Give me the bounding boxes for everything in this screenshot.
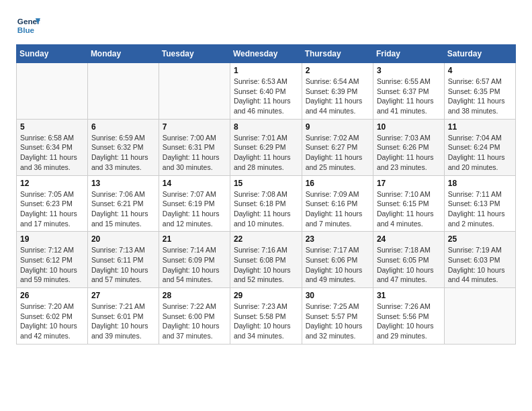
day-cell: 4Sunrise: 6:57 AMSunset: 6:35 PMDaylight… bbox=[444, 63, 515, 120]
day-cell: 28Sunrise: 7:22 AMSunset: 6:00 PMDayligh… bbox=[159, 288, 230, 345]
day-cell: 11Sunrise: 7:04 AMSunset: 6:24 PMDayligh… bbox=[444, 119, 515, 175]
day-number: 17 bbox=[377, 179, 441, 188]
day-number: 30 bbox=[306, 291, 369, 300]
weekday-header-row: SundayMondayTuesdayWednesdayThursdayFrid… bbox=[17, 45, 516, 63]
week-row-4: 19Sunrise: 7:12 AMSunset: 6:12 PMDayligh… bbox=[17, 232, 516, 288]
day-number: 13 bbox=[91, 179, 155, 188]
day-cell: 5Sunrise: 6:58 AMSunset: 6:34 PMDaylight… bbox=[17, 119, 88, 175]
day-info: Sunrise: 7:14 AMSunset: 6:09 PMDaylight:… bbox=[163, 245, 226, 285]
day-cell bbox=[159, 63, 230, 120]
weekday-header-wednesday: Wednesday bbox=[230, 45, 302, 63]
day-cell: 29Sunrise: 7:23 AMSunset: 5:58 PMDayligh… bbox=[230, 288, 302, 345]
day-number: 1 bbox=[234, 66, 298, 75]
day-cell: 21Sunrise: 7:14 AMSunset: 6:09 PMDayligh… bbox=[159, 232, 230, 288]
day-info: Sunrise: 6:58 AMSunset: 6:34 PMDaylight:… bbox=[20, 133, 84, 173]
day-cell: 6Sunrise: 6:59 AMSunset: 6:32 PMDaylight… bbox=[87, 119, 159, 175]
day-cell: 24Sunrise: 7:18 AMSunset: 6:05 PMDayligh… bbox=[373, 232, 444, 288]
day-cell bbox=[444, 288, 515, 345]
day-cell: 27Sunrise: 7:21 AMSunset: 6:01 PMDayligh… bbox=[87, 288, 159, 345]
day-info: Sunrise: 7:02 AMSunset: 6:27 PMDaylight:… bbox=[306, 133, 369, 173]
day-info: Sunrise: 6:53 AMSunset: 6:40 PMDaylight:… bbox=[234, 77, 298, 116]
day-number: 22 bbox=[234, 234, 298, 244]
day-cell: 30Sunrise: 7:25 AMSunset: 5:57 PMDayligh… bbox=[302, 288, 373, 345]
day-info: Sunrise: 7:16 AMSunset: 6:08 PMDaylight:… bbox=[234, 245, 298, 285]
day-cell bbox=[87, 63, 159, 120]
day-info: Sunrise: 7:07 AMSunset: 6:19 PMDaylight:… bbox=[163, 189, 226, 229]
weekday-header-tuesday: Tuesday bbox=[159, 45, 230, 63]
day-cell: 19Sunrise: 7:12 AMSunset: 6:12 PMDayligh… bbox=[17, 232, 88, 288]
day-number: 9 bbox=[306, 122, 369, 132]
day-number: 8 bbox=[234, 122, 298, 132]
day-info: Sunrise: 7:22 AMSunset: 6:00 PMDaylight:… bbox=[163, 302, 226, 341]
day-cell: 22Sunrise: 7:16 AMSunset: 6:08 PMDayligh… bbox=[230, 232, 302, 288]
day-number: 21 bbox=[163, 234, 226, 244]
day-number: 24 bbox=[377, 234, 441, 244]
day-info: Sunrise: 6:57 AMSunset: 6:35 PMDaylight:… bbox=[448, 77, 512, 116]
day-number: 26 bbox=[20, 291, 84, 300]
day-number: 23 bbox=[306, 234, 369, 244]
day-cell: 10Sunrise: 7:03 AMSunset: 6:26 PMDayligh… bbox=[373, 119, 444, 175]
day-info: Sunrise: 7:05 AMSunset: 6:23 PMDaylight:… bbox=[20, 189, 84, 229]
day-info: Sunrise: 7:26 AMSunset: 5:56 PMDaylight:… bbox=[377, 302, 441, 341]
week-row-5: 26Sunrise: 7:20 AMSunset: 6:02 PMDayligh… bbox=[17, 288, 516, 345]
day-cell: 18Sunrise: 7:11 AMSunset: 6:13 PMDayligh… bbox=[444, 175, 515, 232]
day-info: Sunrise: 7:21 AMSunset: 6:01 PMDaylight:… bbox=[91, 302, 155, 341]
day-cell: 9Sunrise: 7:02 AMSunset: 6:27 PMDaylight… bbox=[302, 119, 373, 175]
day-info: Sunrise: 7:25 AMSunset: 5:57 PMDaylight:… bbox=[306, 302, 369, 341]
day-number: 25 bbox=[448, 234, 512, 244]
day-cell: 1Sunrise: 6:53 AMSunset: 6:40 PMDaylight… bbox=[230, 63, 302, 120]
day-cell: 26Sunrise: 7:20 AMSunset: 6:02 PMDayligh… bbox=[17, 288, 88, 345]
day-info: Sunrise: 7:04 AMSunset: 6:24 PMDaylight:… bbox=[448, 133, 512, 173]
week-row-2: 5Sunrise: 6:58 AMSunset: 6:34 PMDaylight… bbox=[17, 119, 516, 175]
weekday-header-monday: Monday bbox=[87, 45, 159, 63]
day-info: Sunrise: 6:54 AMSunset: 6:39 PMDaylight:… bbox=[306, 77, 369, 116]
day-number: 16 bbox=[306, 179, 369, 188]
day-number: 15 bbox=[234, 179, 298, 188]
day-cell: 14Sunrise: 7:07 AMSunset: 6:19 PMDayligh… bbox=[159, 175, 230, 232]
day-number: 5 bbox=[20, 122, 84, 132]
calendar-table: SundayMondayTuesdayWednesdayThursdayFrid… bbox=[16, 44, 516, 345]
day-cell: 13Sunrise: 7:06 AMSunset: 6:21 PMDayligh… bbox=[87, 175, 159, 232]
weekday-header-thursday: Thursday bbox=[302, 45, 373, 63]
day-info: Sunrise: 7:19 AMSunset: 6:03 PMDaylight:… bbox=[448, 245, 512, 285]
day-number: 28 bbox=[163, 291, 226, 300]
day-info: Sunrise: 7:09 AMSunset: 6:16 PMDaylight:… bbox=[306, 189, 369, 229]
svg-text:Blue: Blue bbox=[17, 26, 35, 34]
day-number: 7 bbox=[163, 122, 226, 132]
day-cell: 20Sunrise: 7:13 AMSunset: 6:11 PMDayligh… bbox=[87, 232, 159, 288]
week-row-3: 12Sunrise: 7:05 AMSunset: 6:23 PMDayligh… bbox=[17, 175, 516, 232]
day-info: Sunrise: 7:20 AMSunset: 6:02 PMDaylight:… bbox=[20, 302, 84, 341]
day-cell: 7Sunrise: 7:00 AMSunset: 6:31 PMDaylight… bbox=[159, 119, 230, 175]
day-cell: 3Sunrise: 6:55 AMSunset: 6:37 PMDaylight… bbox=[373, 63, 444, 120]
day-info: Sunrise: 7:01 AMSunset: 6:29 PMDaylight:… bbox=[234, 133, 298, 173]
day-info: Sunrise: 7:12 AMSunset: 6:12 PMDaylight:… bbox=[20, 245, 84, 285]
day-number: 20 bbox=[91, 234, 155, 244]
day-cell: 12Sunrise: 7:05 AMSunset: 6:23 PMDayligh… bbox=[17, 175, 88, 232]
day-cell: 25Sunrise: 7:19 AMSunset: 6:03 PMDayligh… bbox=[444, 232, 515, 288]
day-number: 10 bbox=[377, 122, 441, 132]
day-info: Sunrise: 7:17 AMSunset: 6:06 PMDaylight:… bbox=[306, 245, 369, 285]
day-cell bbox=[17, 63, 88, 120]
day-number: 29 bbox=[234, 291, 298, 300]
day-cell: 2Sunrise: 6:54 AMSunset: 6:39 PMDaylight… bbox=[302, 63, 373, 120]
logo: General Blue bbox=[16, 13, 40, 38]
day-number: 11 bbox=[448, 122, 512, 132]
day-number: 3 bbox=[377, 66, 441, 75]
day-info: Sunrise: 7:23 AMSunset: 5:58 PMDaylight:… bbox=[234, 302, 298, 341]
day-number: 27 bbox=[91, 291, 155, 300]
day-info: Sunrise: 7:13 AMSunset: 6:11 PMDaylight:… bbox=[91, 245, 155, 285]
day-number: 4 bbox=[448, 66, 512, 75]
week-row-1: 1Sunrise: 6:53 AMSunset: 6:40 PMDaylight… bbox=[17, 63, 516, 120]
day-number: 6 bbox=[91, 122, 155, 132]
weekday-header-sunday: Sunday bbox=[17, 45, 88, 63]
day-info: Sunrise: 6:59 AMSunset: 6:32 PMDaylight:… bbox=[91, 133, 155, 173]
day-number: 31 bbox=[377, 291, 441, 300]
day-info: Sunrise: 7:10 AMSunset: 6:15 PMDaylight:… bbox=[377, 189, 441, 229]
day-cell: 31Sunrise: 7:26 AMSunset: 5:56 PMDayligh… bbox=[373, 288, 444, 345]
weekday-header-saturday: Saturday bbox=[444, 45, 515, 63]
day-number: 18 bbox=[448, 179, 512, 188]
day-number: 14 bbox=[163, 179, 226, 188]
page-header: General Blue bbox=[16, 13, 516, 38]
day-cell: 23Sunrise: 7:17 AMSunset: 6:06 PMDayligh… bbox=[302, 232, 373, 288]
day-cell: 16Sunrise: 7:09 AMSunset: 6:16 PMDayligh… bbox=[302, 175, 373, 232]
